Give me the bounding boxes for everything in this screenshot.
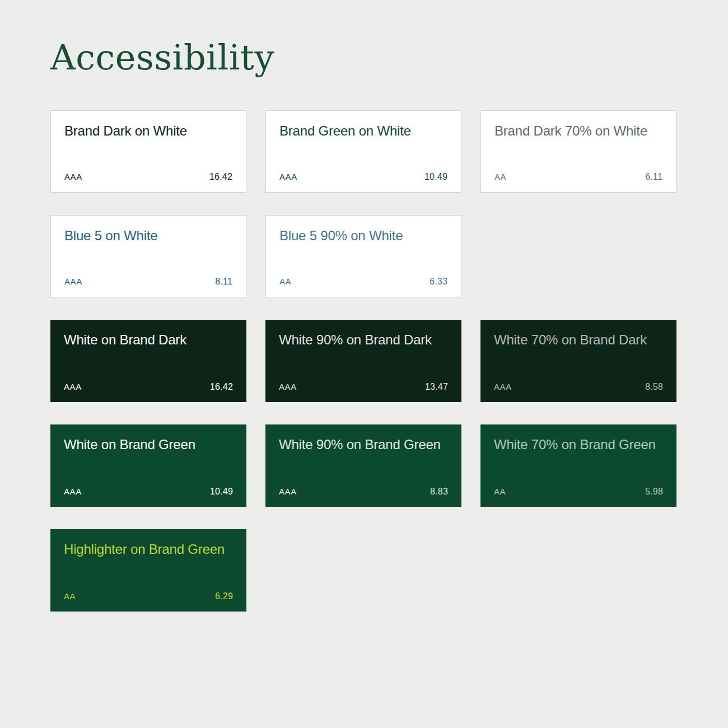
contrast-card-label: Blue 5 90% on White (279, 227, 447, 244)
contrast-card: White 90% on Brand Dark AAA 13.47 (265, 320, 461, 402)
contrast-ratio-value: 8.83 (430, 487, 448, 497)
wcag-rating-badge: AAA (64, 382, 82, 391)
contrast-card: Blue 5 on White AAA 8.11 (50, 215, 246, 297)
contrast-card: White 70% on Brand Dark AAA 8.58 (480, 320, 676, 402)
card-row: White on Brand Green AAA 10.49 White 90%… (50, 424, 678, 507)
contrast-card-footer: AA 6.33 (279, 277, 447, 287)
contrast-ratio-value: 8.11 (215, 277, 232, 287)
contrast-ratio-value: 5.98 (645, 487, 663, 497)
contrast-card: White 90% on Brand Green AAA 8.83 (265, 424, 461, 507)
contrast-card-label: Brand Dark 70% on White (494, 122, 662, 139)
wcag-rating-badge: AA (494, 172, 506, 181)
contrast-ratio-value: 16.42 (210, 382, 233, 392)
wcag-rating-badge: AA (494, 487, 506, 496)
contrast-card-grid: Brand Dark on White AAA 16.42 Brand Gree… (50, 110, 678, 612)
wcag-rating-badge: AA (64, 591, 76, 601)
contrast-card-label: White 70% on Brand Dark (494, 331, 663, 348)
contrast-card: White on Brand Dark AAA 16.42 (50, 320, 246, 402)
contrast-card: Brand Green on White AAA 10.49 (265, 110, 461, 193)
contrast-ratio-value: 6.29 (215, 591, 233, 601)
contrast-card-footer: AAA 8.58 (494, 382, 663, 392)
contrast-card: Brand Dark 70% on White AA 6.11 (480, 110, 676, 193)
contrast-card-footer: AA 6.29 (64, 591, 233, 601)
contrast-ratio-value: 16.42 (209, 172, 232, 182)
contrast-card-label: White 90% on Brand Green (279, 436, 448, 453)
wcag-rating-badge: AA (279, 277, 291, 286)
contrast-card-footer: AAA 16.42 (64, 172, 232, 182)
contrast-card-label: White 90% on Brand Dark (279, 331, 448, 348)
accessibility-page: Accessibility Brand Dark on White AAA 16… (0, 0, 728, 612)
contrast-card-footer: AAA 13.47 (279, 382, 448, 392)
contrast-card: Brand Dark on White AAA 16.42 (50, 110, 246, 193)
contrast-card-footer: AA 6.11 (494, 172, 662, 182)
card-row: Brand Dark on White AAA 16.42 Brand Gree… (50, 110, 678, 193)
contrast-ratio-value: 13.47 (425, 382, 448, 392)
contrast-card: White 70% on Brand Green AA 5.98 (480, 424, 676, 507)
contrast-card-label: White on Brand Green (64, 436, 233, 453)
wcag-rating-badge: AAA (64, 487, 82, 496)
contrast-card: White on Brand Green AAA 10.49 (50, 424, 246, 507)
page-title: Accessibility (50, 37, 678, 78)
contrast-card-footer: AAA 8.83 (279, 487, 448, 497)
contrast-card-footer: AAA 16.42 (64, 382, 233, 392)
contrast-card: Blue 5 90% on White AA 6.33 (265, 215, 461, 297)
contrast-ratio-value: 6.11 (645, 172, 662, 182)
contrast-ratio-value: 8.58 (645, 382, 663, 392)
contrast-card-label: Brand Green on White (279, 122, 447, 139)
contrast-ratio-value: 10.49 (210, 487, 233, 497)
contrast-card-label: Blue 5 on White (64, 227, 232, 244)
contrast-card-footer: AAA 8.11 (64, 277, 232, 287)
contrast-ratio-value: 10.49 (424, 172, 447, 182)
wcag-rating-badge: AAA (494, 382, 512, 391)
contrast-card-label: White on Brand Dark (64, 331, 233, 348)
wcag-rating-badge: AAA (279, 487, 297, 496)
wcag-rating-badge: AAA (279, 382, 297, 391)
wcag-rating-badge: AAA (279, 172, 297, 181)
contrast-card-footer: AAA 10.49 (64, 487, 233, 497)
wcag-rating-badge: AAA (64, 277, 82, 286)
card-row: White on Brand Dark AAA 16.42 White 90% … (50, 320, 678, 402)
contrast-card-label: Highlighter on Brand Green (64, 540, 233, 558)
contrast-card-label: White 70% on Brand Green (494, 436, 663, 453)
contrast-card-footer: AAA 10.49 (279, 172, 447, 182)
card-row: Blue 5 on White AAA 8.11 Blue 5 90% on W… (50, 215, 678, 297)
contrast-card-footer: AA 5.98 (494, 487, 663, 497)
contrast-ratio-value: 6.33 (430, 277, 447, 287)
wcag-rating-badge: AAA (64, 172, 82, 181)
card-row: Highlighter on Brand Green AA 6.29 (50, 529, 678, 612)
contrast-card-label: Brand Dark on White (64, 122, 232, 139)
contrast-card: Highlighter on Brand Green AA 6.29 (50, 529, 246, 612)
